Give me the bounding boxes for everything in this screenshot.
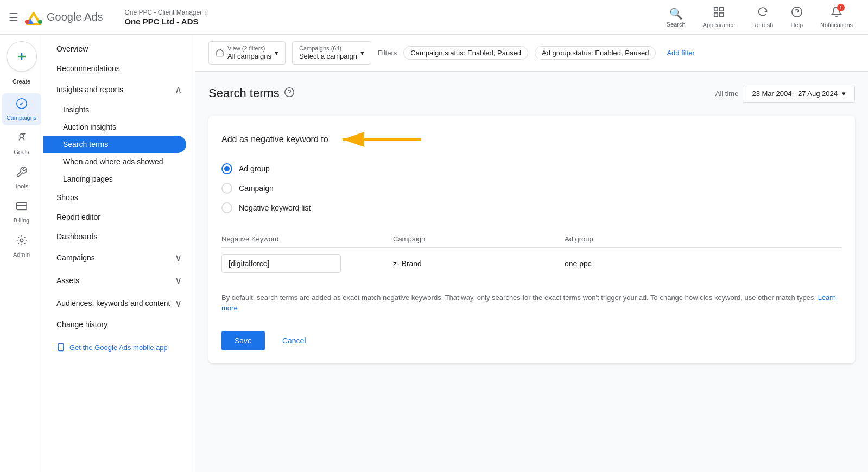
campaigns-icon bbox=[16, 98, 28, 112]
table-row: z- Brand one ppc bbox=[221, 248, 842, 279]
search-nav-icon: 🔍 bbox=[669, 7, 683, 20]
radio-label-neg-kw-list: Negative keyword list bbox=[239, 203, 311, 212]
nav-sub-item-when-where[interactable]: When and where ads showed bbox=[43, 153, 195, 170]
radio-circle-campaign bbox=[221, 183, 232, 194]
create-button[interactable] bbox=[7, 41, 37, 72]
nav-section-campaigns[interactable]: Campaigns ∨ bbox=[43, 246, 195, 269]
content-body: Search terms All time 23 Mar 2004 - 27 A… bbox=[195, 72, 868, 377]
mobile-app-label: Get the Google Ads mobile app bbox=[69, 343, 168, 352]
tools-icon bbox=[16, 166, 28, 181]
refresh-nav-button[interactable]: Refresh bbox=[746, 2, 780, 33]
top-nav: ☰ Google Ads One PPC - Client Manager › … bbox=[0, 0, 868, 35]
add-filter-link[interactable]: Add filter bbox=[662, 47, 699, 59]
dialog-title: Add as negative keyword to bbox=[221, 135, 328, 144]
notifications-nav-label: Notifications bbox=[820, 22, 853, 28]
sidebar-billing-button[interactable]: Billing bbox=[2, 196, 41, 228]
svg-rect-14 bbox=[16, 203, 26, 210]
create-label: Create bbox=[12, 78, 30, 85]
assets-section-chevron: ∨ bbox=[175, 275, 182, 286]
radio-group: Ad group Campaign Negative keyword list bbox=[221, 163, 842, 213]
notifications-nav-button[interactable]: 1 Notifications bbox=[814, 2, 859, 33]
dialog-title-row: Add as negative keyword to bbox=[221, 129, 842, 150]
nav-brand-label: Google Ads bbox=[47, 11, 103, 23]
dialog-card: Add as negative keyword to bbox=[208, 116, 855, 363]
campaigns-section-chevron: ∨ bbox=[175, 252, 182, 264]
svg-point-19 bbox=[284, 87, 294, 97]
sidebar-campaigns-button[interactable]: Campaigns bbox=[2, 93, 41, 125]
svg-point-2 bbox=[38, 20, 42, 24]
nav-chevron-icon: › bbox=[204, 8, 207, 17]
help-nav-icon bbox=[791, 6, 803, 21]
filters-label: Filters bbox=[378, 49, 397, 57]
nav-sidebar: Overview Recommendations Insights and re… bbox=[43, 35, 195, 472]
radio-circle-ad-group bbox=[221, 163, 232, 174]
col-header-campaign: Campaign bbox=[393, 235, 556, 243]
hamburger-menu[interactable]: ☰ bbox=[9, 11, 18, 24]
nav-section-assets[interactable]: Assets ∨ bbox=[43, 269, 195, 292]
search-nav-button[interactable]: 🔍 Search bbox=[660, 3, 692, 32]
nav-account: One PPC - Client Manager › One PPC Ltd -… bbox=[124, 8, 206, 26]
campaign-filter-button[interactable]: Campaigns (64) Select a campaign ▾ bbox=[292, 41, 371, 65]
adgroup-status-filter-tag[interactable]: Ad group status: Enabled, Paused bbox=[535, 46, 656, 60]
notifications-badge: 1 bbox=[837, 4, 845, 11]
nav-sub-item-search-terms[interactable]: Search terms bbox=[43, 136, 186, 153]
campaigns-label: Campaigns bbox=[7, 114, 37, 121]
nav-sub-item-auction-insights[interactable]: Auction insights bbox=[43, 118, 195, 136]
radio-circle-neg-kw-list bbox=[221, 202, 232, 213]
radio-option-ad-group[interactable]: Ad group bbox=[221, 163, 842, 174]
date-range-chevron: ▾ bbox=[842, 90, 846, 98]
nav-account-manager: One PPC - Client Manager › bbox=[124, 8, 206, 17]
nav-sub-item-insights[interactable]: Insights bbox=[43, 101, 195, 118]
radio-option-neg-kw-list[interactable]: Negative keyword list bbox=[221, 202, 842, 213]
svg-rect-7 bbox=[720, 13, 723, 16]
radio-label-campaign: Campaign bbox=[239, 184, 274, 193]
neg-kw-table: Negative Keyword Campaign Ad group z- Br… bbox=[221, 231, 842, 279]
sidebar-goals-button[interactable]: Goals bbox=[2, 127, 41, 160]
campaign-status-filter-tag[interactable]: Campaign status: Enabled, Paused bbox=[403, 46, 528, 60]
date-range-button[interactable]: 23 Mar 2004 - 27 Aug 2024 ▾ bbox=[743, 85, 855, 103]
sidebar-admin-button[interactable]: Admin bbox=[2, 230, 41, 262]
main-content: View (2 filters) All campaigns ▾ Campaig… bbox=[195, 35, 868, 472]
nav-actions: 🔍 Search Appearance Refresh Help 1 bbox=[660, 2, 859, 33]
help-nav-button[interactable]: Help bbox=[784, 2, 809, 33]
appearance-nav-button[interactable]: Appearance bbox=[696, 2, 742, 33]
date-range-text: 23 Mar 2004 - 27 Aug 2024 bbox=[752, 90, 838, 98]
sidebar-icons: Create Campaigns Goals Tools Billing bbox=[0, 35, 43, 472]
col-header-keyword: Negative Keyword bbox=[221, 235, 384, 243]
help-nav-label: Help bbox=[790, 22, 803, 28]
admin-icon bbox=[16, 234, 28, 249]
page-title-row: Search terms bbox=[208, 86, 295, 100]
nav-sub-item-landing-pages[interactable]: Landing pages bbox=[43, 170, 195, 188]
appearance-nav-label: Appearance bbox=[703, 22, 735, 28]
mobile-app-link[interactable]: Get the Google Ads mobile app bbox=[43, 334, 195, 360]
radio-option-campaign[interactable]: Campaign bbox=[221, 183, 842, 194]
nav-item-overview[interactable]: Overview bbox=[43, 39, 195, 59]
svg-rect-4 bbox=[714, 8, 718, 11]
nav-section-audiences-keywords[interactable]: Audiences, keywords and content ∨ bbox=[43, 292, 195, 315]
appearance-nav-icon bbox=[713, 6, 725, 21]
keyword-input[interactable] bbox=[221, 254, 341, 273]
admin-label: Admin bbox=[13, 251, 30, 258]
page-help-icon[interactable] bbox=[284, 87, 295, 100]
nav-section-insights-reports[interactable]: Insights and reports ∧ bbox=[43, 78, 195, 101]
nav-item-change-history[interactable]: Change history bbox=[43, 315, 195, 334]
nav-item-shops[interactable]: Shops bbox=[43, 188, 195, 207]
svg-point-13 bbox=[20, 134, 23, 138]
nav-item-report-editor[interactable]: Report editor bbox=[43, 207, 195, 227]
google-ads-logo-icon bbox=[25, 9, 42, 26]
table-header-row: Negative Keyword Campaign Ad group bbox=[221, 231, 842, 248]
adgroup-cell: one ppc bbox=[565, 259, 727, 268]
nav-item-recommendations[interactable]: Recommendations bbox=[43, 59, 195, 78]
all-time-label: All time bbox=[715, 90, 739, 98]
main-layout: Create Campaigns Goals Tools Billing bbox=[0, 35, 868, 472]
notifications-nav-icon: 1 bbox=[831, 6, 842, 21]
cancel-button[interactable]: Cancel bbox=[274, 331, 315, 350]
svg-point-8 bbox=[792, 7, 802, 17]
sidebar-tools-button[interactable]: Tools bbox=[2, 162, 41, 194]
nav-item-dashboards[interactable]: Dashboards bbox=[43, 227, 195, 246]
view-filter-button[interactable]: View (2 filters) All campaigns ▾ bbox=[208, 41, 286, 65]
action-buttons: Save Cancel bbox=[221, 331, 842, 350]
nav-account-name: One PPC Ltd - ADS bbox=[124, 17, 206, 26]
refresh-nav-icon bbox=[757, 6, 769, 21]
save-button[interactable]: Save bbox=[221, 331, 265, 350]
